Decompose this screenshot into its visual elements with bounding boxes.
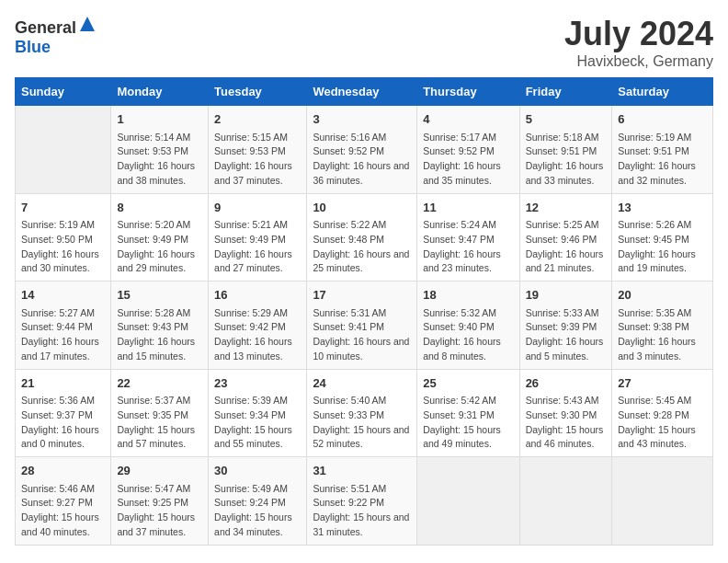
week-row-1: 1Sunrise: 5:14 AMSunset: 9:53 PMDaylight… (16, 106, 713, 194)
calendar-cell (417, 457, 519, 546)
calendar-cell: 28Sunrise: 5:46 AMSunset: 9:27 PMDayligh… (16, 457, 111, 546)
day-number: 1 (117, 110, 202, 129)
day-number: 10 (313, 199, 411, 217)
day-info: Sunrise: 5:15 AMSunset: 9:53 PMDaylight:… (214, 131, 301, 189)
day-number: 21 (21, 374, 105, 393)
calendar-cell (612, 457, 713, 546)
day-number: 28 (21, 462, 105, 480)
day-number: 16 (214, 286, 301, 304)
day-number: 19 (526, 286, 607, 304)
day-number: 11 (423, 199, 513, 217)
day-info: Sunrise: 5:39 AMSunset: 9:34 PMDaylight:… (214, 394, 301, 452)
day-info: Sunrise: 5:33 AMSunset: 9:39 PMDaylight:… (526, 306, 607, 364)
day-info: Sunrise: 5:32 AMSunset: 9:40 PMDaylight:… (423, 306, 513, 364)
calendar-cell (16, 106, 111, 194)
calendar-cell: 26Sunrise: 5:43 AMSunset: 9:30 PMDayligh… (519, 369, 612, 457)
day-info: Sunrise: 5:47 AMSunset: 9:25 PMDaylight:… (117, 482, 202, 540)
calendar-cell: 21Sunrise: 5:36 AMSunset: 9:37 PMDayligh… (16, 369, 111, 457)
weekday-header-tuesday: Tuesday (209, 78, 307, 106)
logo-blue: Blue (15, 38, 51, 56)
day-info: Sunrise: 5:43 AMSunset: 9:30 PMDaylight:… (526, 394, 607, 452)
calendar-cell: 27Sunrise: 5:45 AMSunset: 9:28 PMDayligh… (612, 369, 713, 457)
weekday-header-thursday: Thursday (417, 78, 519, 106)
day-number: 18 (423, 286, 513, 304)
calendar-cell: 7Sunrise: 5:19 AMSunset: 9:50 PMDaylight… (16, 193, 111, 282)
month-title: July 2024 (564, 15, 713, 53)
logo-text: General Blue (15, 15, 97, 57)
day-number: 4 (423, 110, 513, 129)
day-info: Sunrise: 5:28 AMSunset: 9:43 PMDaylight:… (117, 306, 202, 364)
calendar-cell: 15Sunrise: 5:28 AMSunset: 9:43 PMDayligh… (111, 282, 209, 370)
calendar-cell: 20Sunrise: 5:35 AMSunset: 9:38 PMDayligh… (612, 282, 713, 370)
calendar-cell: 2Sunrise: 5:15 AMSunset: 9:53 PMDaylight… (209, 106, 307, 194)
calendar-cell: 22Sunrise: 5:37 AMSunset: 9:35 PMDayligh… (111, 369, 209, 457)
day-info: Sunrise: 5:22 AMSunset: 9:48 PMDaylight:… (313, 218, 411, 276)
day-number: 27 (618, 374, 707, 393)
calendar-cell: 4Sunrise: 5:17 AMSunset: 9:52 PMDaylight… (417, 106, 519, 194)
day-info: Sunrise: 5:16 AMSunset: 9:52 PMDaylight:… (313, 131, 411, 189)
logo-icon (78, 15, 97, 33)
calendar-cell: 11Sunrise: 5:24 AMSunset: 9:47 PMDayligh… (417, 193, 519, 282)
calendar-table: SundayMondayTuesdayWednesdayThursdayFrid… (15, 77, 713, 546)
calendar-cell: 8Sunrise: 5:20 AMSunset: 9:49 PMDaylight… (111, 193, 209, 282)
calendar-cell: 16Sunrise: 5:29 AMSunset: 9:42 PMDayligh… (209, 282, 307, 370)
day-number: 22 (117, 374, 202, 393)
day-number: 25 (423, 374, 513, 393)
calendar-cell: 9Sunrise: 5:21 AMSunset: 9:49 PMDaylight… (209, 193, 307, 282)
day-number: 3 (313, 110, 411, 129)
calendar-cell: 5Sunrise: 5:18 AMSunset: 9:51 PMDaylight… (519, 106, 612, 194)
day-info: Sunrise: 5:19 AMSunset: 9:50 PMDaylight:… (21, 218, 105, 276)
calendar-cell: 31Sunrise: 5:51 AMSunset: 9:22 PMDayligh… (307, 457, 417, 546)
day-number: 6 (618, 110, 707, 129)
calendar-cell: 18Sunrise: 5:32 AMSunset: 9:40 PMDayligh… (417, 282, 519, 370)
day-info: Sunrise: 5:42 AMSunset: 9:31 PMDaylight:… (423, 394, 513, 452)
calendar-cell: 1Sunrise: 5:14 AMSunset: 9:53 PMDaylight… (111, 106, 209, 194)
calendar-cell: 19Sunrise: 5:33 AMSunset: 9:39 PMDayligh… (519, 282, 612, 370)
day-number: 26 (526, 374, 607, 393)
day-number: 5 (526, 110, 607, 129)
day-number: 15 (117, 286, 202, 304)
day-info: Sunrise: 5:18 AMSunset: 9:51 PMDaylight:… (526, 131, 607, 189)
day-info: Sunrise: 5:25 AMSunset: 9:46 PMDaylight:… (526, 218, 607, 276)
day-info: Sunrise: 5:36 AMSunset: 9:37 PMDaylight:… (21, 394, 105, 452)
logo-general: General (15, 18, 76, 37)
weekday-header-friday: Friday (519, 78, 612, 106)
day-number: 17 (313, 286, 411, 304)
day-info: Sunrise: 5:46 AMSunset: 9:27 PMDaylight:… (21, 482, 105, 540)
day-info: Sunrise: 5:26 AMSunset: 9:45 PMDaylight:… (618, 218, 707, 276)
calendar-cell: 13Sunrise: 5:26 AMSunset: 9:45 PMDayligh… (612, 193, 713, 282)
calendar-cell (519, 457, 612, 546)
calendar-cell: 14Sunrise: 5:27 AMSunset: 9:44 PMDayligh… (16, 282, 111, 370)
day-info: Sunrise: 5:51 AMSunset: 9:22 PMDaylight:… (313, 482, 411, 540)
calendar-cell: 3Sunrise: 5:16 AMSunset: 9:52 PMDaylight… (307, 106, 417, 194)
week-row-3: 14Sunrise: 5:27 AMSunset: 9:44 PMDayligh… (16, 282, 713, 370)
day-number: 31 (313, 462, 411, 480)
calendar-cell: 10Sunrise: 5:22 AMSunset: 9:48 PMDayligh… (307, 193, 417, 282)
day-number: 30 (214, 462, 301, 480)
day-info: Sunrise: 5:49 AMSunset: 9:24 PMDaylight:… (214, 482, 301, 540)
day-number: 2 (214, 110, 301, 129)
week-row-5: 28Sunrise: 5:46 AMSunset: 9:27 PMDayligh… (16, 457, 713, 546)
svg-marker-0 (80, 17, 95, 31)
title-area: July 2024 Havixbeck, Germany (564, 15, 713, 70)
day-number: 23 (214, 374, 301, 393)
day-info: Sunrise: 5:27 AMSunset: 9:44 PMDaylight:… (21, 306, 105, 364)
day-info: Sunrise: 5:35 AMSunset: 9:38 PMDaylight:… (618, 306, 707, 364)
day-number: 13 (618, 199, 707, 217)
weekday-header-wednesday: Wednesday (307, 78, 417, 106)
day-number: 7 (21, 199, 105, 217)
day-info: Sunrise: 5:45 AMSunset: 9:28 PMDaylight:… (618, 394, 707, 452)
calendar-cell: 23Sunrise: 5:39 AMSunset: 9:34 PMDayligh… (209, 369, 307, 457)
day-info: Sunrise: 5:29 AMSunset: 9:42 PMDaylight:… (214, 306, 301, 364)
day-info: Sunrise: 5:19 AMSunset: 9:51 PMDaylight:… (618, 131, 707, 189)
logo: General Blue (15, 15, 97, 57)
day-info: Sunrise: 5:31 AMSunset: 9:41 PMDaylight:… (313, 306, 411, 364)
weekday-header-row: SundayMondayTuesdayWednesdayThursdayFrid… (16, 78, 713, 106)
calendar-cell: 25Sunrise: 5:42 AMSunset: 9:31 PMDayligh… (417, 369, 519, 457)
calendar-cell: 12Sunrise: 5:25 AMSunset: 9:46 PMDayligh… (519, 193, 612, 282)
header: General Blue July 2024 Havixbeck, German… (15, 15, 713, 70)
day-info: Sunrise: 5:17 AMSunset: 9:52 PMDaylight:… (423, 131, 513, 189)
day-number: 8 (117, 199, 202, 217)
day-info: Sunrise: 5:37 AMSunset: 9:35 PMDaylight:… (117, 394, 202, 452)
day-number: 24 (313, 374, 411, 393)
